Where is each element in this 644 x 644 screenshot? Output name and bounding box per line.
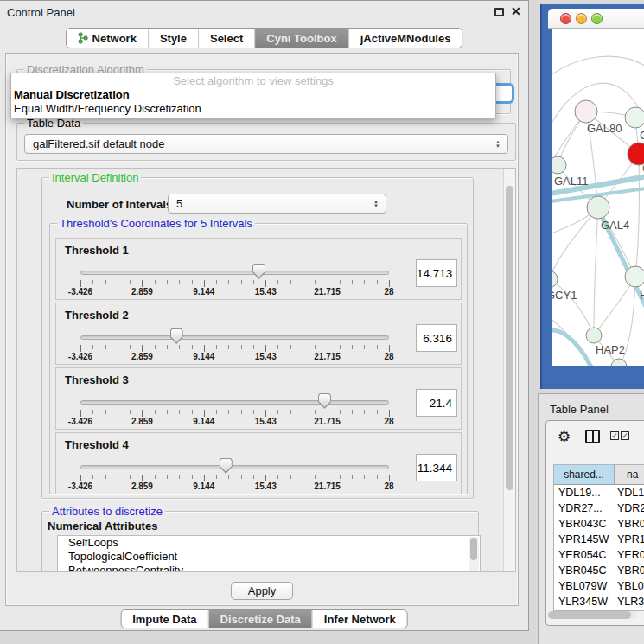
- slider-tick: [277, 280, 278, 284]
- close-traffic-light[interactable]: [560, 13, 571, 24]
- column-header-shared-name[interactable]: shared...: [554, 465, 615, 484]
- slider-tick: [155, 280, 156, 284]
- network-window-titlebar[interactable]: [548, 9, 644, 29]
- slider-tick: [315, 410, 316, 414]
- numerical-attributes-list[interactable]: SelfLoopsTopologicalCoefficientBetweenne…: [57, 535, 481, 572]
- minimize-traffic-light[interactable]: [576, 13, 587, 24]
- apply-button[interactable]: Apply: [231, 582, 293, 600]
- threshold-slider-track[interactable]: [80, 335, 389, 340]
- table-cell[interactable]: YER054C: [554, 547, 615, 563]
- table-cell[interactable]: YBR043C: [554, 516, 615, 532]
- threshold-value-field[interactable]: 11.344: [416, 454, 457, 481]
- slider-tick: [118, 410, 118, 414]
- table-cell[interactable]: YBL079W: [554, 578, 615, 594]
- thresholds-group: Threshold's Coordinates for 5 Intervals …: [49, 223, 468, 494]
- network-node-GA[interactable]: [625, 107, 644, 128]
- table-row[interactable]: YDL19...YDL1: [554, 485, 644, 501]
- checkbox-icon[interactable]: ✓: [610, 431, 619, 440]
- tab-select[interactable]: Select: [198, 29, 254, 48]
- slider-tick: [377, 410, 378, 414]
- dropdown-option-equal-width-frequency[interactable]: Equal Width/Frequency Discretization: [14, 102, 494, 116]
- attributes-to-discretize-group: Attributes to discretize Numerical Attri…: [41, 511, 479, 572]
- threshold-value-field[interactable]: 6.316: [416, 324, 457, 352]
- dropdown-hint: Select algorithm to view settings: [11, 74, 495, 88]
- table-row[interactable]: YPR145WYPR1: [554, 532, 644, 547]
- network-canvas[interactable]: GAL80GACGAL11GAL4GCY1HHAP2: [552, 29, 644, 366]
- threshold-slider-thumb[interactable]: [170, 328, 183, 344]
- slider-tick: [340, 345, 341, 349]
- table-row[interactable]: YBR043CYBR0: [554, 516, 644, 532]
- table-cell[interactable]: YER0: [615, 547, 644, 563]
- table-row[interactable]: YDR27...YDR2: [554, 501, 644, 516]
- slider-tick: [277, 410, 278, 414]
- tab-jactivemnodules[interactable]: jActiveMNodules: [348, 29, 462, 48]
- scrollbar-thumb[interactable]: [470, 538, 477, 560]
- slider-tick: [352, 280, 353, 284]
- threshold-slider-thumb[interactable]: [220, 458, 233, 474]
- number-of-intervals-combobox[interactable]: 5 ▲▼: [168, 194, 386, 214]
- slider-tick: [92, 410, 93, 414]
- table-cell[interactable]: YPR1: [615, 532, 644, 547]
- tab-cyni-toolbox[interactable]: Cyni Toolbox: [254, 29, 348, 48]
- vertical-scrollbar[interactable]: [503, 169, 515, 571]
- table-cell[interactable]: YBR0: [615, 563, 644, 578]
- slider-tick: [216, 410, 217, 414]
- threshold-slider-track[interactable]: [80, 271, 389, 275]
- network-node-GAL4[interactable]: [587, 196, 609, 219]
- checkbox-icon[interactable]: ✓: [621, 431, 629, 440]
- network-node-GAL11[interactable]: [552, 156, 566, 174]
- tab-infer-network[interactable]: Infer Network: [312, 610, 407, 628]
- tab-network[interactable]: Network: [67, 29, 148, 48]
- threshold-value-field[interactable]: 21.4: [416, 389, 457, 417]
- gear-icon[interactable]: ⚙: [558, 428, 571, 446]
- tab-impute-data[interactable]: Impute Data: [121, 610, 207, 628]
- numerical-attribute-item[interactable]: SelfLoops: [58, 536, 480, 550]
- slider-tick: [315, 475, 316, 479]
- threshold-value-field[interactable]: 14.713: [416, 259, 457, 287]
- float-window-icon[interactable]: [494, 8, 504, 16]
- table-cell[interactable]: YBR045C: [554, 563, 615, 578]
- table-cell[interactable]: YDR2: [615, 501, 644, 516]
- threshold-slider-track[interactable]: [80, 465, 389, 469]
- tab-style[interactable]: Style: [148, 29, 198, 48]
- columns-icon[interactable]: [585, 430, 600, 443]
- table-cell[interactable]: YBL0: [615, 578, 644, 594]
- network-node-H[interactable]: [625, 266, 644, 287]
- tab-discretize-data[interactable]: Discretize Data: [208, 610, 312, 628]
- table-data-group: Table Data galFiltered.sif default node …: [16, 123, 516, 161]
- table-row[interactable]: YBL079WYBL0: [554, 578, 644, 594]
- table-cell[interactable]: YDL1: [615, 485, 644, 501]
- numerical-attribute-item[interactable]: TopologicalCoefficient: [58, 550, 480, 564]
- network-node-GAL80[interactable]: [575, 100, 597, 123]
- combobox-value: galFiltered.sif default node: [33, 137, 164, 150]
- table-body: YDL19...YDL1YDR27...YDR2YBR043CYBR0YPR14…: [554, 485, 644, 611]
- table-cell[interactable]: YBR0: [615, 516, 644, 532]
- table-row[interactable]: YER054CYER0: [554, 547, 644, 563]
- horizontal-scrollbar[interactable]: [548, 611, 637, 619]
- scrollbar-thumb[interactable]: [548, 611, 631, 619]
- threshold-slider-thumb[interactable]: [318, 393, 331, 409]
- close-icon[interactable]: ✕: [511, 4, 521, 18]
- list-scrollbar[interactable]: [469, 537, 479, 572]
- table-row[interactable]: YLR345WYLR3: [554, 594, 644, 609]
- table-panel-title: Table Panel: [550, 403, 609, 416]
- dropdown-option-manual-discretization[interactable]: Manual Discretization: [14, 88, 494, 102]
- table-cell[interactable]: YDL19...: [554, 485, 615, 501]
- network-node-GCY1[interactable]: [552, 271, 558, 288]
- threshold-slider-track[interactable]: [80, 400, 389, 405]
- table-cell[interactable]: YDR27...: [554, 501, 615, 516]
- zoom-traffic-light[interactable]: [591, 13, 603, 24]
- table-cell[interactable]: YLR345W: [554, 594, 615, 609]
- numerical-attribute-item[interactable]: BetweennessCentrality: [58, 564, 480, 572]
- slider-tick: [303, 280, 303, 284]
- threshold-slider-thumb[interactable]: [252, 264, 265, 279]
- table-cell[interactable]: YLR3: [615, 594, 644, 609]
- network-node-HAP2[interactable]: [586, 328, 602, 343]
- slider-tick-row: [56, 410, 461, 417]
- table-row[interactable]: YBR045CYBR0: [554, 563, 644, 578]
- table-data-combobox[interactable]: galFiltered.sif default node ▲▼: [24, 134, 508, 154]
- table-cell[interactable]: YPR145W: [554, 532, 615, 547]
- slider-tick: [118, 280, 118, 284]
- scrollbar-thumb[interactable]: [506, 186, 513, 490]
- column-header-name[interactable]: na: [615, 465, 644, 484]
